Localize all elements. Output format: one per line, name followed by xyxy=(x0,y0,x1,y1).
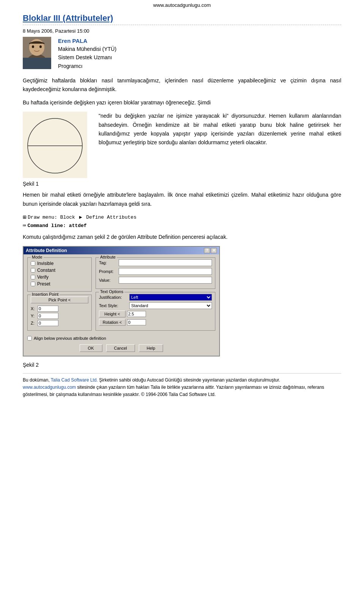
footer-disclaimer: Bu doküman, xyxy=(23,377,50,383)
cancel-button[interactable]: Cancel xyxy=(106,344,135,352)
footer-company-link[interactable]: Talia Cad Software Ltd. xyxy=(51,377,98,383)
verify-checkbox[interactable] xyxy=(31,275,35,279)
author-title-3: Programcı xyxy=(58,62,116,70)
figure-text-para3: "nedir bu değişken yazılar ne işimize ya… xyxy=(99,112,341,147)
draw-menu-line: ⊞ Draw menu: Block ▶ Define Attributes xyxy=(23,214,341,221)
page-title: Bloklar III (Attributeler) xyxy=(23,13,341,23)
invisible-label: Invisible xyxy=(37,261,53,266)
figure-text: "nedir bu değişken yazılar ne işimize ya… xyxy=(99,112,341,147)
preset-checkbox[interactable] xyxy=(31,282,35,286)
rotation-row: Rotation < xyxy=(99,319,212,326)
height-button[interactable]: Height < xyxy=(99,311,126,317)
dialog-left: Mode Invisible Constant Ve xyxy=(27,257,92,334)
mode-group: Mode Invisible Constant Ve xyxy=(27,257,92,292)
rotation-input[interactable] xyxy=(127,319,146,325)
x-input[interactable] xyxy=(38,306,58,312)
intro-para1: Geçtiğimiz haftalarda blokları nasıl tan… xyxy=(23,76,341,94)
figure-1-container: Şekil 1 xyxy=(23,112,91,187)
tag-label: Tag: xyxy=(99,260,119,265)
article-date: 8 Mayıs 2006, Pazartesi 15:00 xyxy=(23,28,341,34)
dialog-body: Mode Invisible Constant Ve xyxy=(24,254,219,356)
z-label: Z: xyxy=(31,321,38,325)
tag-input[interactable] xyxy=(119,259,212,266)
invisible-row: Invisible xyxy=(31,261,88,266)
tag-row: Tag: xyxy=(99,259,212,266)
site-url-link[interactable]: www.autocadgunlugu.com xyxy=(153,2,211,8)
dialog-help-btn[interactable]: ? xyxy=(204,248,210,253)
prompt-label: Prompt: xyxy=(99,269,119,274)
author-title-1: Makina Mühendisi (YTÜ) xyxy=(58,45,116,53)
dialog-container: Attribute Definition ? ✕ Mode xyxy=(23,246,341,356)
verify-label: Verify xyxy=(37,274,49,280)
insertion-group-label: Insertion Point xyxy=(31,292,60,296)
text-style-row: Text Style: Standard xyxy=(99,302,212,309)
footer-url-link[interactable]: www.autocadgunlugu.com xyxy=(23,385,76,390)
height-row: Height < xyxy=(99,311,212,317)
x-coord-row: X: xyxy=(31,306,88,312)
author-photo xyxy=(23,37,51,69)
footer-section: Bu doküman, Talia Cad Software Ltd. Şirk… xyxy=(23,373,341,399)
align-checkbox-row: Align below previous attribute definitio… xyxy=(27,336,215,341)
arrow-icon: ▶ xyxy=(79,214,82,220)
draw-menu-text: Draw menu: Block ▶ Define Attributes xyxy=(28,214,136,220)
y-label: Y: xyxy=(31,314,38,318)
z-coord-row: Z: xyxy=(31,320,88,326)
preset-row: Preset xyxy=(31,281,88,287)
dialog-right: Attribute Tag: Prompt: Value: xyxy=(96,257,215,334)
mode-group-label: Mode xyxy=(31,255,44,259)
author-info: Eren PALA Makina Mühendisi (YTÜ) Sistem … xyxy=(58,37,116,70)
align-checkbox[interactable] xyxy=(27,336,32,341)
attribute-definition-dialog[interactable]: Attribute Definition ? ✕ Mode xyxy=(23,246,220,356)
verify-row: Verify xyxy=(31,274,88,280)
prompt-input[interactable] xyxy=(119,268,212,275)
svg-rect-6 xyxy=(23,58,51,69)
pick-point-button[interactable]: Pick Point < xyxy=(31,296,88,303)
author-name: Eren PALA xyxy=(58,38,116,44)
value-label: Value: xyxy=(99,278,119,282)
constant-label: Constant xyxy=(37,268,55,273)
insertion-point-group: Insertion Point Pick Point < X: Y: xyxy=(27,295,92,331)
body-para4: Hemen bir mahal etiketi örneğiyle attrib… xyxy=(23,191,341,208)
dialog-intro: Komutu çalıştırdığımız zaman şekil 2 de … xyxy=(23,233,341,241)
text-style-label: Text Style: xyxy=(99,303,129,308)
cmd-value: attdef xyxy=(69,223,87,229)
dialog-sections: Mode Invisible Constant Ve xyxy=(27,257,215,334)
justification-label: Justification: xyxy=(99,295,129,300)
footer-disclaimer2: Şirketinin sahibi olduğu Autocad Günlüğü… xyxy=(99,377,280,383)
sekil2-caption: Şekil 2 xyxy=(23,362,341,368)
invisible-checkbox[interactable] xyxy=(31,261,35,266)
figure-section: Bu haftada içerisinde değişken yazı içer… xyxy=(23,98,341,187)
dialog-titlebar: Attribute Definition ? ✕ xyxy=(24,247,219,254)
y-coord-row: Y: xyxy=(31,313,88,319)
constant-checkbox[interactable] xyxy=(31,268,35,273)
text-options-label: Text Options xyxy=(99,289,124,294)
y-input[interactable] xyxy=(38,313,58,319)
figure-1-caption: Şekil 1 xyxy=(23,181,91,187)
titlebar-buttons: ? ✕ xyxy=(204,248,217,253)
cmd-line: ⌨ Command line: attdef xyxy=(23,222,341,229)
ok-button[interactable]: OK xyxy=(80,344,102,352)
svg-point-5 xyxy=(39,46,42,48)
svg-point-4 xyxy=(32,46,34,48)
height-input[interactable] xyxy=(127,311,146,317)
value-row: Value: xyxy=(99,277,212,284)
x-label: X: xyxy=(31,306,38,311)
cmd-label: Command line: xyxy=(27,223,66,229)
dialog-close-btn[interactable]: ✕ xyxy=(211,248,217,253)
justification-select[interactable]: Left Center Right xyxy=(129,294,212,301)
prompt-row: Prompt: xyxy=(99,268,212,275)
text-style-select[interactable]: Standard xyxy=(129,302,212,309)
draw-menu-icon: ⊞ xyxy=(23,214,26,221)
attribute-group-label: Attribute xyxy=(99,255,117,259)
preset-label: Preset xyxy=(37,281,50,287)
help-button[interactable]: Help xyxy=(139,344,163,352)
dialog-title: Attribute Definition xyxy=(26,248,67,253)
author-section: Eren PALA Makina Mühendisi (YTÜ) Sistem … xyxy=(23,37,341,70)
author-title-2: Sistem Destek Uzmanı xyxy=(58,53,116,62)
value-input[interactable] xyxy=(119,277,212,284)
command-section: ⊞ Draw menu: Block ▶ Define Attributes ⌨… xyxy=(23,214,341,229)
z-input[interactable] xyxy=(38,320,58,326)
dialog-footer: OK Cancel Help xyxy=(27,344,215,352)
intro-para2: Bu haftada içerisinde değişken yazı içer… xyxy=(23,98,341,107)
rotation-button[interactable]: Rotation < xyxy=(99,319,126,326)
